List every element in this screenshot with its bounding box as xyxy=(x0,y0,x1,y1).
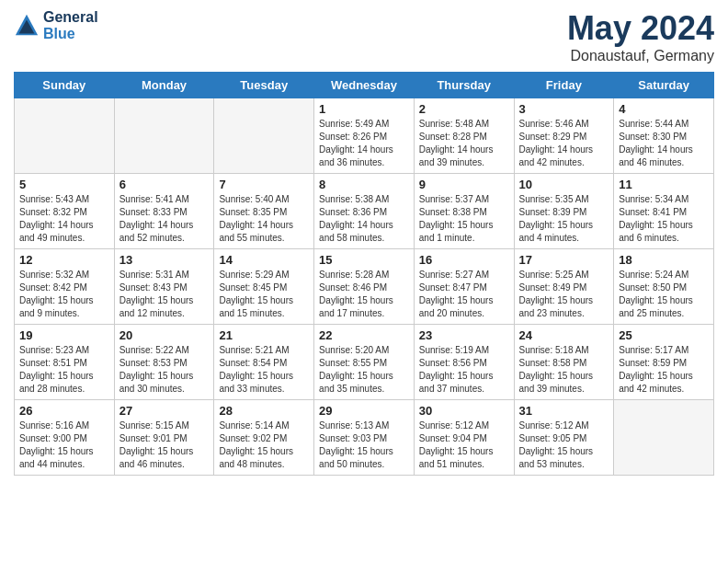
calendar-cell: 22Sunrise: 5:20 AM Sunset: 8:55 PM Dayli… xyxy=(314,325,415,400)
location: Donaustauf, Germany xyxy=(567,48,714,64)
calendar-cell: 10Sunrise: 5:35 AM Sunset: 8:39 PM Dayli… xyxy=(514,174,614,249)
calendar-cell: 15Sunrise: 5:28 AM Sunset: 8:46 PM Dayli… xyxy=(314,249,415,325)
day-number: 18 xyxy=(619,253,709,267)
calendar-cell: 21Sunrise: 5:21 AM Sunset: 8:54 PM Dayli… xyxy=(214,325,314,400)
day-number: 19 xyxy=(19,328,109,342)
day-number: 21 xyxy=(219,328,309,342)
calendar-cell: 23Sunrise: 5:19 AM Sunset: 8:56 PM Dayli… xyxy=(414,325,514,400)
day-info: Sunrise: 5:24 AM Sunset: 8:50 PM Dayligh… xyxy=(619,269,709,320)
day-number: 15 xyxy=(319,253,409,267)
day-info: Sunrise: 5:37 AM Sunset: 8:38 PM Dayligh… xyxy=(419,193,509,245)
day-number: 10 xyxy=(519,178,609,191)
calendar-cell: 11Sunrise: 5:34 AM Sunset: 8:41 PM Dayli… xyxy=(614,174,714,249)
day-number: 29 xyxy=(319,404,409,418)
day-number: 13 xyxy=(119,253,210,267)
day-info: Sunrise: 5:16 AM Sunset: 9:00 PM Dayligh… xyxy=(19,419,109,471)
day-number: 12 xyxy=(19,253,109,267)
logo: General Blue xyxy=(14,9,98,42)
day-info: Sunrise: 5:34 AM Sunset: 8:41 PM Dayligh… xyxy=(619,193,709,245)
week-row-3: 12Sunrise: 5:32 AM Sunset: 8:42 PM Dayli… xyxy=(15,249,714,325)
calendar-cell: 24Sunrise: 5:18 AM Sunset: 8:58 PM Dayli… xyxy=(514,325,614,400)
calendar-cell: 29Sunrise: 5:13 AM Sunset: 9:03 PM Dayli… xyxy=(314,400,415,476)
day-number: 27 xyxy=(119,404,210,418)
day-number: 1 xyxy=(319,102,409,116)
day-info: Sunrise: 5:18 AM Sunset: 8:58 PM Dayligh… xyxy=(519,344,609,396)
day-info: Sunrise: 5:40 AM Sunset: 8:35 PM Dayligh… xyxy=(219,193,309,245)
calendar-cell: 8Sunrise: 5:38 AM Sunset: 8:36 PM Daylig… xyxy=(314,174,415,249)
header-day-friday: Friday xyxy=(514,73,614,98)
calendar-cell: 28Sunrise: 5:14 AM Sunset: 9:02 PM Dayli… xyxy=(214,400,314,476)
day-number: 6 xyxy=(119,178,210,191)
logo-text: General Blue xyxy=(43,9,98,42)
day-info: Sunrise: 5:20 AM Sunset: 8:55 PM Dayligh… xyxy=(319,344,409,396)
day-number: 20 xyxy=(119,328,210,342)
week-row-2: 5Sunrise: 5:43 AM Sunset: 8:32 PM Daylig… xyxy=(15,174,714,249)
day-number: 3 xyxy=(519,102,609,116)
calendar-cell: 5Sunrise: 5:43 AM Sunset: 8:32 PM Daylig… xyxy=(15,174,115,249)
day-number: 31 xyxy=(519,404,609,418)
calendar-cell: 14Sunrise: 5:29 AM Sunset: 8:45 PM Dayli… xyxy=(214,249,314,325)
day-number: 17 xyxy=(519,253,609,267)
calendar-cell xyxy=(214,98,314,174)
day-info: Sunrise: 5:46 AM Sunset: 8:29 PM Dayligh… xyxy=(519,118,609,169)
day-info: Sunrise: 5:14 AM Sunset: 9:02 PM Dayligh… xyxy=(219,419,309,471)
day-info: Sunrise: 5:43 AM Sunset: 8:32 PM Dayligh… xyxy=(19,193,109,245)
calendar-cell: 18Sunrise: 5:24 AM Sunset: 8:50 PM Dayli… xyxy=(614,249,714,325)
day-number: 30 xyxy=(419,404,509,418)
day-info: Sunrise: 5:25 AM Sunset: 8:49 PM Dayligh… xyxy=(519,269,609,320)
header-day-wednesday: Wednesday xyxy=(314,73,415,98)
day-info: Sunrise: 5:31 AM Sunset: 8:43 PM Dayligh… xyxy=(119,269,210,320)
calendar-cell: 31Sunrise: 5:12 AM Sunset: 9:05 PM Dayli… xyxy=(514,400,614,476)
day-number: 14 xyxy=(219,253,309,267)
calendar-cell: 20Sunrise: 5:22 AM Sunset: 8:53 PM Dayli… xyxy=(114,325,214,400)
logo-icon xyxy=(14,13,40,39)
day-number: 23 xyxy=(419,328,509,342)
day-info: Sunrise: 5:13 AM Sunset: 9:03 PM Dayligh… xyxy=(319,419,409,471)
title-area: May 2024 Donaustauf, Germany xyxy=(567,9,714,64)
day-info: Sunrise: 5:21 AM Sunset: 8:54 PM Dayligh… xyxy=(219,344,309,396)
calendar-cell: 30Sunrise: 5:12 AM Sunset: 9:04 PM Dayli… xyxy=(414,400,514,476)
header-day-sunday: Sunday xyxy=(15,73,115,98)
day-info: Sunrise: 5:17 AM Sunset: 8:59 PM Dayligh… xyxy=(619,344,709,396)
calendar-cell: 3Sunrise: 5:46 AM Sunset: 8:29 PM Daylig… xyxy=(514,98,614,174)
week-row-1: 1Sunrise: 5:49 AM Sunset: 8:26 PM Daylig… xyxy=(15,98,714,174)
day-info: Sunrise: 5:48 AM Sunset: 8:28 PM Dayligh… xyxy=(419,118,509,169)
week-row-5: 26Sunrise: 5:16 AM Sunset: 9:00 PM Dayli… xyxy=(15,400,714,476)
calendar-cell: 26Sunrise: 5:16 AM Sunset: 9:00 PM Dayli… xyxy=(15,400,115,476)
day-number: 24 xyxy=(519,328,609,342)
calendar-container: General Blue May 2024 Donaustauf, German… xyxy=(0,0,728,485)
day-number: 22 xyxy=(319,328,409,342)
day-number: 9 xyxy=(419,178,509,191)
header-day-saturday: Saturday xyxy=(614,73,714,98)
day-info: Sunrise: 5:32 AM Sunset: 8:42 PM Dayligh… xyxy=(19,269,109,320)
day-info: Sunrise: 5:41 AM Sunset: 8:33 PM Dayligh… xyxy=(119,193,210,245)
week-row-4: 19Sunrise: 5:23 AM Sunset: 8:51 PM Dayli… xyxy=(15,325,714,400)
calendar-table: SundayMondayTuesdayWednesdayThursdayFrid… xyxy=(14,72,714,476)
calendar-cell xyxy=(15,98,115,174)
calendar-cell: 1Sunrise: 5:49 AM Sunset: 8:26 PM Daylig… xyxy=(314,98,415,174)
day-info: Sunrise: 5:12 AM Sunset: 9:05 PM Dayligh… xyxy=(519,419,609,471)
day-info: Sunrise: 5:15 AM Sunset: 9:01 PM Dayligh… xyxy=(119,419,210,471)
calendar-cell: 12Sunrise: 5:32 AM Sunset: 8:42 PM Dayli… xyxy=(15,249,115,325)
calendar-cell: 7Sunrise: 5:40 AM Sunset: 8:35 PM Daylig… xyxy=(214,174,314,249)
calendar-cell: 6Sunrise: 5:41 AM Sunset: 8:33 PM Daylig… xyxy=(114,174,214,249)
day-number: 25 xyxy=(619,328,709,342)
day-number: 4 xyxy=(619,102,709,116)
day-info: Sunrise: 5:27 AM Sunset: 8:47 PM Dayligh… xyxy=(419,269,509,320)
day-info: Sunrise: 5:35 AM Sunset: 8:39 PM Dayligh… xyxy=(519,193,609,245)
calendar-cell: 17Sunrise: 5:25 AM Sunset: 8:49 PM Dayli… xyxy=(514,249,614,325)
calendar-cell: 9Sunrise: 5:37 AM Sunset: 8:38 PM Daylig… xyxy=(414,174,514,249)
calendar-cell: 4Sunrise: 5:44 AM Sunset: 8:30 PM Daylig… xyxy=(614,98,714,174)
day-number: 2 xyxy=(419,102,509,116)
day-info: Sunrise: 5:44 AM Sunset: 8:30 PM Dayligh… xyxy=(619,118,709,169)
day-number: 16 xyxy=(419,253,509,267)
month-title: May 2024 xyxy=(567,9,714,48)
day-number: 8 xyxy=(319,178,409,191)
day-info: Sunrise: 5:29 AM Sunset: 8:45 PM Dayligh… xyxy=(219,269,309,320)
day-number: 28 xyxy=(219,404,309,418)
calendar-cell: 13Sunrise: 5:31 AM Sunset: 8:43 PM Dayli… xyxy=(114,249,214,325)
day-number: 26 xyxy=(19,404,109,418)
calendar-cell: 2Sunrise: 5:48 AM Sunset: 8:28 PM Daylig… xyxy=(414,98,514,174)
calendar-cell: 27Sunrise: 5:15 AM Sunset: 9:01 PM Dayli… xyxy=(114,400,214,476)
header-day-monday: Monday xyxy=(114,73,214,98)
